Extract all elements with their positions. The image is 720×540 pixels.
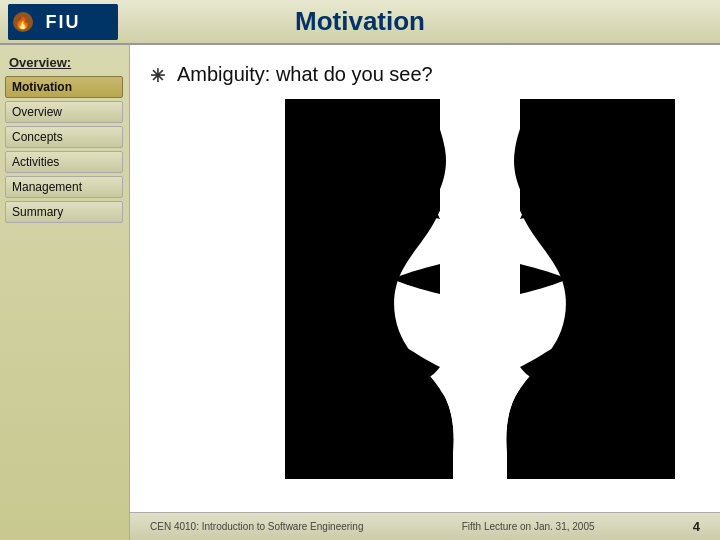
- bullet-text: Ambiguity: what do you see?: [177, 63, 433, 86]
- svg-text:FIU: FIU: [46, 12, 81, 32]
- footer-lecture: Fifth Lecture on Jan. 31, 2005: [462, 521, 595, 532]
- ambiguity-image: [260, 100, 700, 477]
- overview-label: Overview:: [5, 55, 124, 70]
- footer: CEN 4010: Introduction to Software Engin…: [130, 512, 720, 540]
- sidebar-item-management[interactable]: Management: [5, 176, 123, 198]
- fiu-logo: FIU 🔥: [8, 4, 118, 40]
- sidebar-item-concepts[interactable]: Concepts: [5, 126, 123, 148]
- sidebar-item-activities[interactable]: Activities: [5, 151, 123, 173]
- page-title: Motivation: [295, 6, 425, 37]
- sidebar-item-overview[interactable]: Overview: [5, 101, 123, 123]
- svg-text:🔥: 🔥: [15, 15, 32, 30]
- footer-page: 4: [693, 519, 700, 534]
- rubin-vase-svg: [285, 99, 675, 479]
- sidebar: Overview: Motivation Overview Concepts A…: [0, 45, 130, 540]
- sidebar-item-motivation[interactable]: Motivation: [5, 76, 123, 98]
- sidebar-item-summary[interactable]: Summary: [5, 201, 123, 223]
- main-layout: Overview: Motivation Overview Concepts A…: [0, 45, 720, 540]
- bullet-row: ✳ Ambiguity: what do you see?: [150, 63, 700, 87]
- footer-course: CEN 4010: Introduction to Software Engin…: [150, 521, 363, 532]
- logo-area: FIU 🔥: [8, 4, 118, 40]
- header: FIU 🔥 Motivation: [0, 0, 720, 45]
- slide-area: ✳ Ambiguity: what do you see?: [130, 45, 720, 512]
- slide-content: ✳ Ambiguity: what do you see?: [130, 45, 720, 540]
- bullet-icon: ✳: [150, 65, 165, 87]
